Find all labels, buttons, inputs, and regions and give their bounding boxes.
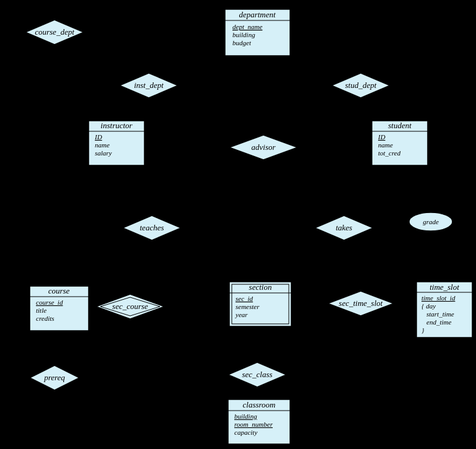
classroom-room: room_number xyxy=(234,421,273,428)
svg-line-8 xyxy=(115,166,138,216)
svg-line-4 xyxy=(115,92,135,121)
sec-time-slot-label: sec_time_slot xyxy=(339,299,383,308)
svg-line-5 xyxy=(371,92,386,121)
prereq-prereqid-label: prereq_id xyxy=(78,395,105,403)
takes-label: takes xyxy=(336,223,353,232)
instructor-id: ID xyxy=(94,133,102,141)
instructor-name: name xyxy=(95,141,110,149)
course-credits-attr: credits xyxy=(36,315,55,322)
svg-line-9 xyxy=(166,234,229,288)
section-year: year xyxy=(235,311,248,318)
teaches-label: teaches xyxy=(140,223,164,232)
timeslot-title: time_slot xyxy=(430,282,459,292)
dept-building-attr: building xyxy=(232,31,255,38)
department-title: department xyxy=(239,10,276,19)
section-semester: semester xyxy=(236,303,260,310)
prereq-courseid-label: course_id xyxy=(11,395,38,403)
timeslot-start: start_time xyxy=(426,310,454,318)
timeslot-brace-open: { day xyxy=(421,302,436,310)
grade-attr-label: grade xyxy=(423,218,439,225)
sec-course-label: sec_course xyxy=(112,302,148,311)
prereq-label: prereq xyxy=(43,373,65,382)
course-dept-label: course_dept xyxy=(35,27,74,37)
classroom-building: building xyxy=(234,412,257,420)
inst-dept-label: inst_dept xyxy=(134,81,164,90)
student-title: student xyxy=(388,121,412,130)
student-id: ID xyxy=(377,133,386,141)
timeslot-id: time_slot_id xyxy=(421,294,456,302)
stud-dept-label: stud_dept xyxy=(345,81,377,90)
timeslot-end: end_time xyxy=(426,318,451,326)
section-secid: sec_id xyxy=(236,295,253,302)
classroom-title: classroom xyxy=(243,400,276,409)
student-name: name xyxy=(378,141,393,149)
timeslot-brace-close: } xyxy=(421,326,425,334)
instructor-salary: salary xyxy=(95,149,112,157)
advisor-label: advisor xyxy=(252,142,276,152)
classroom-capacity: capacity xyxy=(234,429,257,436)
course-title: course xyxy=(48,286,70,295)
course-id-attr: course_id xyxy=(36,299,63,306)
svg-line-10 xyxy=(358,166,386,216)
section-title: section xyxy=(249,282,272,292)
svg-line-11 xyxy=(279,234,328,288)
course-title-attr: title xyxy=(36,307,46,314)
student-totcred: tot_cred xyxy=(378,149,401,157)
instructor-title: instructor xyxy=(100,121,133,130)
dept-budget-attr: budget xyxy=(232,39,252,46)
sec-class-label: sec_class xyxy=(242,370,272,379)
dept-name-attr: dept_name xyxy=(232,23,262,30)
svg-line-2 xyxy=(162,40,198,73)
